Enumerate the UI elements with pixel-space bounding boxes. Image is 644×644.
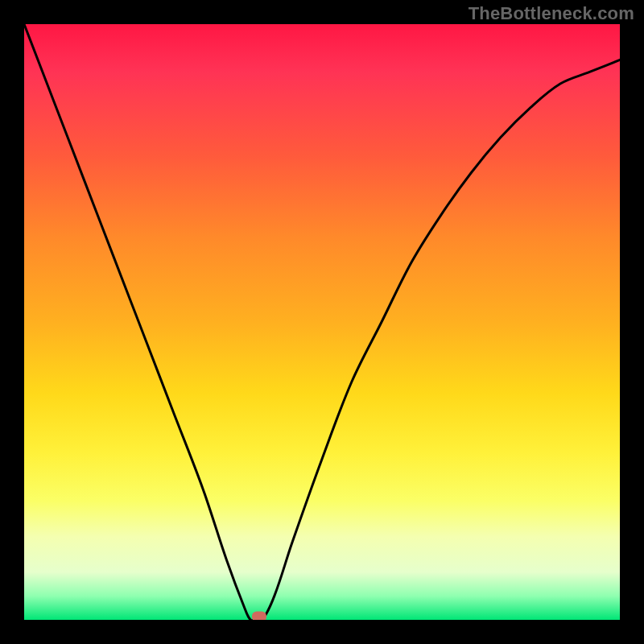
plot-area: [24, 24, 620, 620]
bottleneck-curve: [24, 24, 620, 620]
optimal-point-marker: [252, 612, 266, 621]
chart-frame: TheBottleneck.com: [0, 0, 644, 644]
curve-svg: [24, 24, 620, 620]
watermark-text: TheBottleneck.com: [469, 3, 634, 24]
